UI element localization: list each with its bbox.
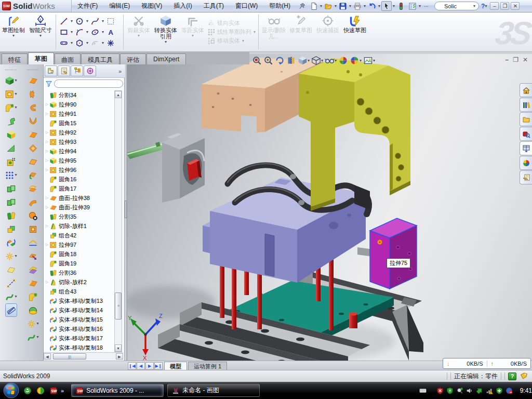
tree-item[interactable]: ▷曲面-拉伸38 (45, 193, 114, 203)
extruded-surface-button[interactable] (28, 74, 38, 87)
fillet-dropdown-icon[interactable]: ▾ (15, 105, 17, 110)
swept-surface-button[interactable] (28, 101, 38, 114)
menu-w[interactable]: 窗口(W) (230, 0, 263, 12)
security-red-tray-icon[interactable] (436, 387, 444, 394)
expand-icon[interactable]: ▷ (45, 158, 49, 163)
start-button[interactable] (3, 382, 19, 398)
core-button[interactable] (28, 303, 38, 317)
slot-dropdown-icon[interactable]: ▾ (70, 38, 74, 48)
repair-button[interactable]: 修复草图 (287, 12, 314, 51)
help-button[interactable]: ? (481, 3, 485, 10)
planar-surface-button[interactable] (28, 155, 38, 168)
expand-icon[interactable]: ▷ (45, 205, 49, 209)
exploded-assembly-model[interactable]: Y Z X (126, 54, 532, 361)
select-dropdown-icon[interactable]: ▾ (393, 4, 395, 8)
undercut-analysis-button[interactable] (28, 263, 38, 276)
tree-item[interactable]: ▷拉伸94 (45, 147, 114, 156)
tree-item[interactable]: ▷拉伸96 (45, 165, 114, 175)
dropdown-icon[interactable]: ▾ (192, 34, 194, 38)
volume-tray-icon[interactable] (466, 387, 473, 394)
expand-icon[interactable]: ▷ (45, 102, 49, 107)
design-checker-button[interactable] (407, 1, 418, 11)
instant3d-button[interactable] (5, 303, 17, 317)
mirror-button[interactable]: 镜向实体 (207, 19, 256, 27)
custom-properties-tab[interactable] (520, 170, 532, 184)
rectangle-tool-button[interactable] (59, 27, 69, 37)
draft-button[interactable] (6, 141, 16, 155)
zoom-fit-button[interactable] (252, 56, 262, 65)
expand-icon[interactable]: ▷ (45, 112, 49, 116)
join-button[interactable] (6, 222, 16, 236)
hscrollbar-thumb[interactable]: ||| (53, 353, 86, 360)
line-dropdown-icon[interactable]: ▾ (70, 16, 74, 26)
security-green-tray-icon[interactable] (446, 387, 454, 394)
undo-dropdown-icon[interactable]: ▾ (378, 4, 380, 8)
parting-line-button[interactable] (28, 236, 38, 249)
open-document-button[interactable] (323, 1, 334, 11)
rapid-sketch-button[interactable]: 快速草图 (341, 12, 368, 51)
delete-face-button[interactable] (28, 209, 38, 222)
new-document-button[interactable] (309, 1, 319, 11)
draft-analysis-button[interactable] (28, 249, 38, 263)
menu-f[interactable]: 文件(F) (72, 0, 103, 12)
print-dropdown-icon[interactable]: ▾ (364, 4, 366, 8)
taskbar-button-paint[interactable]: 未命名 - 画图 (167, 384, 260, 397)
panel-splitter[interactable] (125, 64, 127, 361)
tab-草图[interactable]: 草图 (28, 52, 54, 64)
save-button[interactable] (338, 1, 348, 11)
parting-surface-button[interactable] (28, 276, 38, 290)
display-delete-button[interactable]: 显示/删除几... (260, 12, 287, 51)
rectangle-dropdown-icon[interactable]: ▾ (70, 27, 74, 37)
scroll-right-button[interactable]: ▶ (116, 353, 123, 360)
scrollbar-thumb[interactable]: ≡ (115, 292, 122, 320)
offset-surface-button[interactable] (28, 168, 38, 182)
extruded-boss-dropdown-icon[interactable]: ▾ (15, 78, 17, 83)
pin-button[interactable] (297, 1, 308, 11)
doc-minimize-button[interactable]: – (505, 56, 509, 63)
tab-DimXpert[interactable]: DimXpert (147, 54, 186, 64)
rotate-view-button[interactable] (275, 56, 285, 65)
rib-button[interactable] (6, 114, 16, 128)
tree-item[interactable]: 实体-移动/复制14 (45, 305, 114, 315)
messenger-status-tray-icon[interactable] (506, 387, 513, 394)
tree-item[interactable]: 实体-移动/复制13 (45, 296, 114, 305)
move-button[interactable]: 移动实体▾ (207, 37, 256, 45)
linear-pattern-button[interactable]: 线性草图阵列▾ (207, 28, 256, 36)
tree-item[interactable]: 圆角16 (45, 175, 114, 184)
tree-item[interactable]: 圆角15 (45, 118, 114, 128)
app-close-button[interactable]: ✕ (511, 2, 520, 10)
mirror-bodies-button[interactable] (6, 182, 16, 195)
keyboard-tray-icon[interactable] (419, 387, 427, 394)
view-settings-dropdown-icon[interactable]: ▾ (373, 59, 375, 63)
arc-tool-button[interactable] (74, 27, 85, 37)
edit-appearance-button[interactable] (338, 56, 348, 65)
search-dropdown-icon[interactable]: ▾ (473, 4, 475, 8)
previous-sheet-button[interactable]: ◀ (137, 362, 145, 370)
arc-dropdown-icon[interactable]: ▾ (85, 27, 89, 37)
trim-button[interactable]: 剪裁实体▾ (125, 12, 152, 51)
circle-tool-button[interactable] (74, 16, 85, 26)
search-tray-tray-icon[interactable] (456, 387, 463, 394)
last-sheet-button[interactable]: ▶❙ (154, 362, 163, 370)
menu-t[interactable]: 工具(T) (198, 0, 230, 12)
line-tool-button[interactable] (59, 16, 69, 26)
tree-item[interactable]: 分割36 (45, 268, 114, 277)
doc-close-button[interactable]: ✕ (523, 56, 528, 63)
curves-dropdown-icon[interactable]: ▾ (15, 295, 17, 299)
messenger-quicklaunch-icon[interactable] (23, 387, 32, 395)
dimxpert-manager-tab[interactable] (84, 65, 96, 76)
tree-item[interactable]: ▷拉伸91 (45, 109, 114, 118)
select-box-tool-button[interactable] (105, 16, 116, 26)
undo-button[interactable] (367, 1, 377, 11)
hole-wizard-button[interactable] (6, 155, 16, 168)
jog-dropdown-icon[interactable]: ▾ (101, 38, 105, 48)
tab-曲面[interactable]: 曲面 (55, 54, 81, 64)
lofted-surface-button[interactable] (28, 114, 38, 128)
launcher-quicklaunch-icon[interactable] (36, 387, 45, 395)
expand-icon[interactable]: ▷ (45, 168, 49, 172)
tag-icon[interactable] (520, 372, 528, 380)
scroll-up-button[interactable]: ▲ (115, 91, 122, 98)
spline-tool-button[interactable] (90, 16, 100, 26)
tree-item[interactable]: 分割34 (45, 90, 114, 100)
expand-icon[interactable]: ▷ (45, 196, 49, 200)
